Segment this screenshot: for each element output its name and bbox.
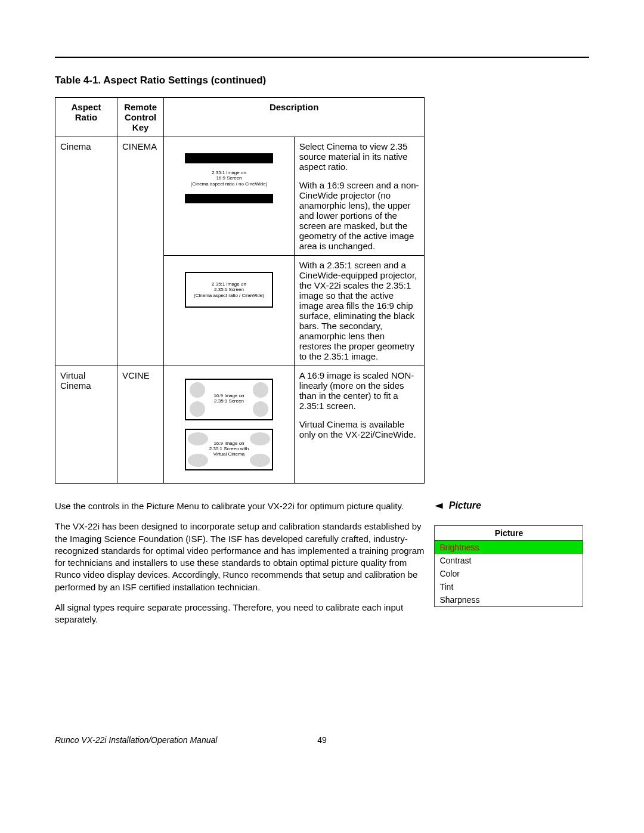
desc-text: With a 16:9 screen and a non-CineWide pr…	[299, 180, 419, 251]
menu-item-tint[interactable]: Tint	[435, 580, 583, 593]
table-row: Virtual Cinema VCINE 16:9 Image on 2.35:…	[55, 366, 425, 484]
desc-text: With a 2.35:1 screen and a CineWide-equi…	[299, 260, 419, 361]
diagram-label: Virtual Cinema	[213, 451, 244, 457]
diagram-vc-ovals: 16:9 Image on 2.35:1 Screen with Virtual…	[185, 429, 273, 470]
paragraph: All signal types require separate proces…	[55, 602, 425, 626]
aspect-ratio-table: Aspect Ratio Remote Control Key Descript…	[55, 97, 425, 484]
page-footer: Runco VX-22i Installation/Operation Manu…	[55, 735, 589, 745]
left-arrow-icon: ◄	[432, 500, 445, 511]
cell-rc-cinema: CINEMA	[117, 137, 163, 366]
diagram-cinema-235: 2.35:1 Image on 2.35:1 Screen (Cinema as…	[185, 272, 273, 308]
diagram-label: 16:9 Screen	[216, 175, 242, 181]
desc-text: A 16:9 image is scaled NON-linearly (mor…	[299, 370, 419, 411]
menu-item-sharpness[interactable]: Sharpness	[435, 593, 583, 606]
table-row: Cinema CINEMA 2.35:1 Image on 16:9 Scree…	[55, 137, 425, 256]
menu-item-contrast[interactable]: Contrast	[435, 554, 583, 567]
diagram-vc-circles: 16:9 Image on 2.35:1 Screen	[185, 379, 273, 420]
body-text-column: Use the controls in the Picture Menu to …	[55, 500, 425, 634]
diagram-label: 2.35:1 Screen	[214, 287, 244, 293]
page: Table 4-1. Aspect Ratio Settings (contin…	[0, 0, 644, 786]
paragraph: Use the controls in the Picture Menu to …	[55, 500, 425, 512]
diagram-label: (Cinema aspect ratio / no CineWide)	[190, 181, 267, 187]
cell-diagram: 2.35:1 Image on 2.35:1 Screen (Cinema as…	[164, 256, 294, 366]
diagram-label: 2.35:1 Image on	[212, 170, 246, 176]
footer-title: Runco VX-22i Installation/Operation Manu…	[55, 735, 217, 745]
diagram-label: 2.35:1 Image on	[212, 281, 246, 287]
menu-title: Picture	[435, 526, 583, 541]
cell-diagram: 16:9 Image on 2.35:1 Screen 16:9 Image o…	[164, 366, 294, 484]
cell-rc-vcinema: VCINE	[117, 366, 163, 484]
cell-desc: Select Cinema to view 2.35 source materi…	[294, 137, 424, 256]
diagram-label: 16:9 Image on	[213, 393, 244, 398]
cell-aspect-vcinema: Virtual Cinema	[55, 366, 117, 484]
header-aspect-ratio: Aspect Ratio	[55, 98, 117, 137]
diagram-cinema-bar: 2.35:1 Image on 16:9 Screen (Cinema aspe…	[185, 162, 273, 195]
sidebar-column: ◄ Picture Picture Brightness Contrast Co…	[434, 500, 583, 607]
menu-item-brightness[interactable]: Brightness	[435, 541, 583, 554]
diagram-label: 2.35:1 Screen with	[209, 446, 249, 451]
cell-aspect-cinema: Cinema	[55, 137, 117, 366]
diagram-label: 2.35:1 Screen	[214, 398, 244, 404]
diagram-label: 16:9 Image on	[213, 441, 244, 446]
table-title: Table 4-1. Aspect Ratio Settings (contin…	[55, 75, 589, 86]
side-heading-label: Picture	[449, 500, 481, 510]
top-rule	[55, 57, 589, 58]
picture-menu: Picture Brightness Contrast Color Tint S…	[434, 525, 583, 607]
diagram-label: (Cinema aspect ratio / CineWide)	[194, 293, 264, 299]
page-number: 49	[317, 735, 327, 745]
header-description: Description	[164, 98, 425, 137]
cell-desc: A 16:9 image is scaled NON-linearly (mor…	[294, 366, 424, 484]
cell-diagram: 2.35:1 Image on 16:9 Screen (Cinema aspe…	[164, 137, 294, 256]
desc-text: Select Cinema to view 2.35 source materi…	[299, 141, 419, 172]
diagram-cinema-169: 2.35:1 Image on 16:9 Screen (Cinema aspe…	[185, 153, 273, 203]
menu-item-color[interactable]: Color	[435, 567, 583, 580]
cell-desc: With a 2.35:1 screen and a CineWide-equi…	[294, 256, 424, 366]
side-heading-picture: ◄ Picture	[434, 500, 583, 511]
desc-text: Virtual Cinema is available only on the …	[299, 419, 419, 439]
header-remote-key: Remote Control Key	[117, 98, 163, 137]
paragraph: The VX-22i has been designed to incorpor…	[55, 521, 425, 593]
